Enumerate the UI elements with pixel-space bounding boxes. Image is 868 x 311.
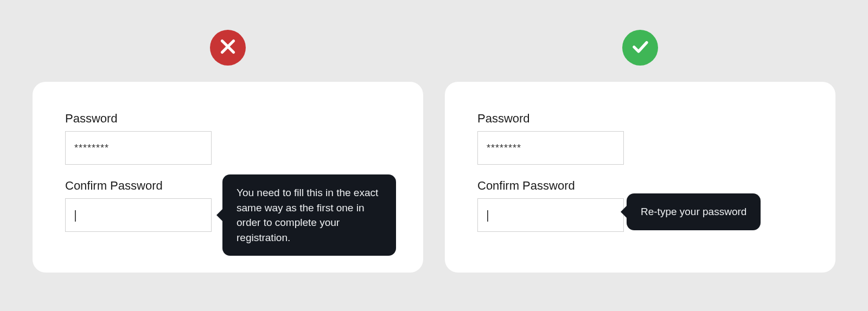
password-input[interactable] xyxy=(477,131,624,165)
password-label: Password xyxy=(65,112,391,126)
password-field-group: Password xyxy=(477,112,803,165)
cross-icon xyxy=(218,37,238,59)
good-example-panel: Password Confirm Password | Re-type your… xyxy=(445,30,835,273)
password-input[interactable] xyxy=(65,131,212,165)
good-form-card: Password Confirm Password | Re-type your… xyxy=(445,82,835,273)
confirm-password-input-wrap: | xyxy=(65,198,212,232)
password-input-wrap xyxy=(65,131,212,165)
cross-badge xyxy=(210,30,246,66)
tooltip-verbose: You need to fill this in the exact same … xyxy=(222,174,396,256)
check-badge xyxy=(622,30,658,66)
confirm-password-input[interactable] xyxy=(477,198,624,232)
password-field-group: Password xyxy=(65,112,391,165)
confirm-password-input-wrap: | xyxy=(477,198,624,232)
confirm-password-input[interactable] xyxy=(65,198,212,232)
comparison-container: Password Confirm Password | You need to … xyxy=(0,0,868,311)
password-input-wrap xyxy=(477,131,624,165)
bad-example-panel: Password Confirm Password | You need to … xyxy=(33,30,423,273)
confirm-password-label: Confirm Password xyxy=(477,179,803,193)
bad-form-card: Password Confirm Password | You need to … xyxy=(33,82,423,273)
password-label: Password xyxy=(477,112,803,126)
tooltip-concise: Re-type your password xyxy=(627,193,761,230)
check-icon xyxy=(630,37,650,59)
